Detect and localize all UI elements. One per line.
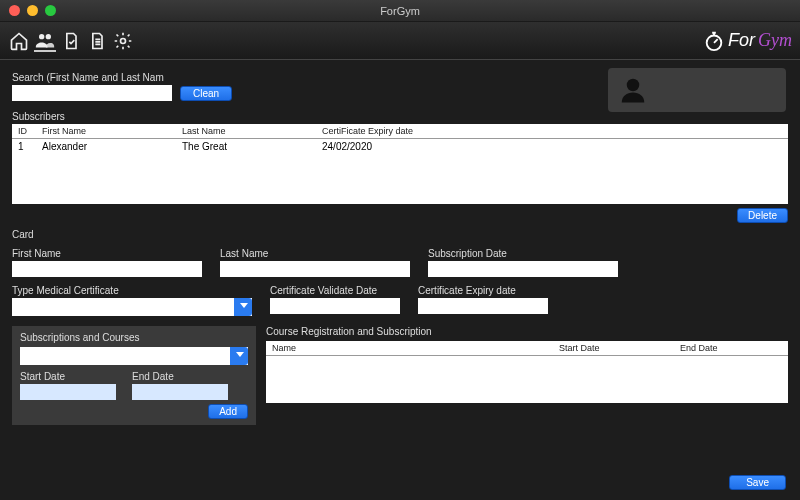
avatar-card: [608, 68, 786, 112]
cert-validate-field[interactable]: [270, 298, 400, 314]
chevron-down-icon: [236, 352, 244, 357]
first-name-field[interactable]: [12, 261, 202, 277]
subscription-date-field[interactable]: [428, 261, 618, 277]
content-area: Search (First Name and Last Nam Clean Su…: [0, 60, 800, 500]
card-label: Card: [12, 229, 788, 240]
course-registration-panel: Course Registration and Subscription Nam…: [266, 326, 788, 403]
col-course-start[interactable]: Start Date: [553, 341, 674, 356]
subscriptions-select[interactable]: [20, 347, 248, 365]
col-id[interactable]: ID: [12, 124, 36, 139]
window-titlebar: ForGym: [0, 0, 800, 22]
start-date-field[interactable]: [20, 384, 116, 400]
type-medical-select[interactable]: [12, 298, 252, 316]
type-medical-label: Type Medical Certificate: [12, 285, 252, 296]
zoom-window-icon[interactable]: [45, 5, 56, 16]
first-name-label: First Name: [12, 248, 202, 259]
cert-expiry-label: Certificate Expiry date: [418, 285, 548, 296]
subscriptions-panel: Subscriptions and Courses Start Date End…: [12, 326, 256, 425]
last-name-label: Last Name: [220, 248, 410, 259]
add-button[interactable]: Add: [208, 404, 248, 419]
delete-button[interactable]: Delete: [737, 208, 788, 223]
document-lines-icon[interactable]: [86, 30, 108, 52]
col-cert-expiry[interactable]: CertiFicate Expiry date: [316, 124, 788, 139]
subscribers-label: Subscribers: [12, 111, 788, 122]
traffic-lights: [0, 5, 56, 16]
avatar-icon: [618, 75, 648, 105]
main-toolbar: ForGym: [0, 22, 800, 60]
end-date-label: End Date: [132, 371, 228, 382]
subscriptions-title: Subscriptions and Courses: [20, 332, 248, 343]
table-row[interactable]: 1 Alexander The Great 24/02/2020: [12, 139, 788, 155]
home-icon[interactable]: [8, 30, 30, 52]
col-course-end[interactable]: End Date: [674, 341, 788, 356]
brand-logo: ForGym: [703, 30, 792, 52]
subscribers-table[interactable]: ID First Name Last Name CertiFicate Expi…: [12, 124, 788, 204]
course-table[interactable]: Name Start Date End Date: [266, 341, 788, 403]
search-label: Search (First Name and Last Nam: [12, 72, 172, 83]
window-title: ForGym: [0, 5, 800, 17]
course-registration-title: Course Registration and Subscription: [266, 326, 788, 337]
col-course-name[interactable]: Name: [266, 341, 553, 356]
save-button[interactable]: Save: [729, 475, 786, 490]
close-window-icon[interactable]: [9, 5, 20, 16]
minimize-window-icon[interactable]: [27, 5, 38, 16]
svg-point-2: [121, 38, 126, 43]
svg-point-0: [39, 34, 44, 39]
svg-point-4: [627, 79, 640, 92]
cert-expiry-field[interactable]: [418, 298, 548, 314]
chevron-down-icon: [240, 303, 248, 308]
col-last-name[interactable]: Last Name: [176, 124, 316, 139]
col-first-name[interactable]: First Name: [36, 124, 176, 139]
subscription-date-label: Subscription Date: [428, 248, 618, 259]
last-name-field[interactable]: [220, 261, 410, 277]
cert-validate-label: Certificate Validate Date: [270, 285, 400, 296]
users-icon[interactable]: [34, 30, 56, 52]
document-check-icon[interactable]: [60, 30, 82, 52]
clean-button[interactable]: Clean: [180, 86, 232, 101]
start-date-label: Start Date: [20, 371, 116, 382]
svg-point-1: [46, 34, 51, 39]
stopwatch-icon: [703, 30, 725, 52]
search-input[interactable]: [12, 85, 172, 101]
end-date-field[interactable]: [132, 384, 228, 400]
gear-icon[interactable]: [112, 30, 134, 52]
